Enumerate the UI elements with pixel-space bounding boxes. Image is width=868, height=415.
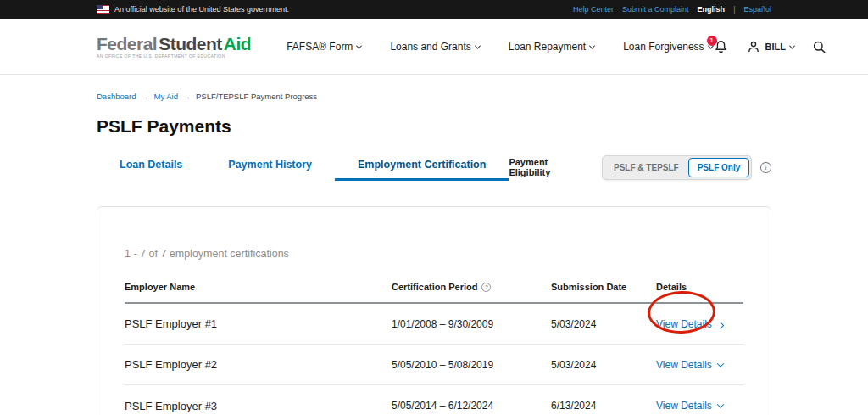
- breadcrumb-dashboard[interactable]: Dashboard: [97, 92, 136, 101]
- table-row: PSLF Employer #1 1/01/2008 – 9/30/2009 5…: [125, 304, 743, 345]
- table-row: PSLF Employer #2 5/05/2010 – 5/08/2019 5…: [125, 345, 743, 385]
- main-content: Dashboard → My Aid → PSLF/TEPSLF Payment…: [97, 92, 771, 415]
- table-header: Employer Name Certification Period? Subm…: [125, 282, 743, 304]
- certification-period: 1/01/2008 – 9/30/2009: [392, 318, 551, 330]
- results-summary: 1 - 7 of 7 employment certifications: [125, 248, 743, 260]
- notification-count-badge: 1: [707, 36, 717, 46]
- submission-date: 5/03/2024: [551, 359, 656, 371]
- tab-employment-certification[interactable]: Employment Certification: [335, 154, 509, 181]
- payment-eligibility-label: Payment Eligibility: [509, 157, 590, 177]
- chevron-down-icon: [789, 42, 795, 48]
- tab-payment-history[interactable]: Payment History: [205, 154, 335, 181]
- username: BILL: [765, 42, 786, 52]
- certification-period: 5/05/2010 – 5/08/2019: [392, 359, 551, 371]
- col-submission-date: Submission Date: [551, 282, 656, 292]
- notifications-button[interactable]: 1: [713, 39, 729, 55]
- view-details-link[interactable]: View Details: [656, 318, 743, 330]
- federal-student-aid-logo[interactable]: FederalStudentAid AN OFFICE OF THE U.S. …: [97, 35, 251, 59]
- nav-fafsa-form[interactable]: FAFSA® Form: [287, 41, 361, 53]
- chevron-right-icon: [717, 322, 724, 328]
- toggle-pslf-only[interactable]: PSLF Only: [688, 158, 750, 177]
- certifications-card: 1 - 7 of 7 employment certifications Emp…: [97, 206, 771, 415]
- us-flag-icon: [97, 5, 109, 14]
- view-details-link[interactable]: View Details: [656, 400, 743, 412]
- chevron-down-icon: [475, 42, 481, 48]
- logo-word-aid: Aid: [224, 34, 251, 53]
- language-separator: |: [733, 5, 735, 14]
- user-icon: [746, 39, 761, 54]
- language-espanol[interactable]: Español: [743, 5, 771, 14]
- nav-loan-forgiveness[interactable]: Loan Forgiveness: [623, 41, 712, 53]
- chevron-down-icon: [356, 42, 362, 48]
- site-header: FederalStudentAid AN OFFICE OF THE U.S. …: [0, 19, 868, 75]
- question-icon[interactable]: ?: [481, 283, 491, 292]
- employer-name: PSLF Employer #1: [125, 317, 392, 330]
- col-certification-period: Certification Period?: [392, 282, 551, 292]
- col-employer-name: Employer Name: [125, 282, 392, 292]
- view-details-link[interactable]: View Details: [656, 359, 743, 371]
- eligibility-toggle-group: PSLF & TEPSLF PSLF Only: [602, 155, 752, 180]
- official-site-text: An official website of the United States…: [114, 5, 289, 14]
- chevron-down-icon: [589, 42, 595, 48]
- col-details: Details: [656, 282, 743, 292]
- certification-period: 5/05/2014 – 6/12/2024: [392, 400, 551, 412]
- chevron-down-icon: [717, 401, 724, 407]
- info-icon[interactable]: i: [760, 162, 771, 173]
- breadcrumb-separator: →: [183, 93, 191, 101]
- tab-strip: Loan Details Payment History Employment …: [97, 154, 771, 181]
- chevron-down-icon: [717, 360, 724, 367]
- employer-name: PSLF Employer #3: [125, 400, 392, 412]
- submission-date: 6/13/2024: [551, 400, 656, 412]
- employer-name: PSLF Employer #2: [125, 358, 392, 371]
- breadcrumb-my-aid[interactable]: My Aid: [153, 92, 178, 101]
- help-center-link[interactable]: Help Center: [573, 5, 614, 14]
- logo-tagline: AN OFFICE OF THE U.S. DEPARTMENT OF EDUC…: [97, 54, 251, 59]
- language-english[interactable]: English: [698, 5, 726, 14]
- main-nav: FAFSA® Form Loans and Grants Loan Repaym…: [287, 41, 712, 53]
- table-row: PSLF Employer #3 5/05/2014 – 6/12/2024 6…: [125, 385, 743, 415]
- page-title: PSLF Payments: [97, 116, 771, 137]
- nav-loan-repayment[interactable]: Loan Repayment: [509, 41, 594, 53]
- tab-loan-details[interactable]: Loan Details: [97, 154, 205, 181]
- logo-word-federal: Federal: [97, 34, 157, 53]
- submit-complaint-link[interactable]: Submit a Complaint: [622, 5, 689, 14]
- gov-banner: An official website of the United States…: [0, 0, 868, 19]
- breadcrumb-separator: →: [141, 93, 148, 101]
- toggle-pslf-tepslf[interactable]: PSLF & TEPSLF: [604, 158, 688, 177]
- nav-loans-and-grants[interactable]: Loans and Grants: [390, 41, 479, 53]
- user-menu[interactable]: BILL: [746, 39, 794, 54]
- breadcrumb-current: PSLF/TEPSLF Payment Progress: [196, 92, 317, 101]
- search-icon[interactable]: [811, 39, 827, 55]
- logo-word-student: Student: [159, 34, 222, 53]
- breadcrumb: Dashboard → My Aid → PSLF/TEPSLF Payment…: [97, 92, 771, 101]
- submission-date: 5/03/2024: [551, 318, 656, 330]
